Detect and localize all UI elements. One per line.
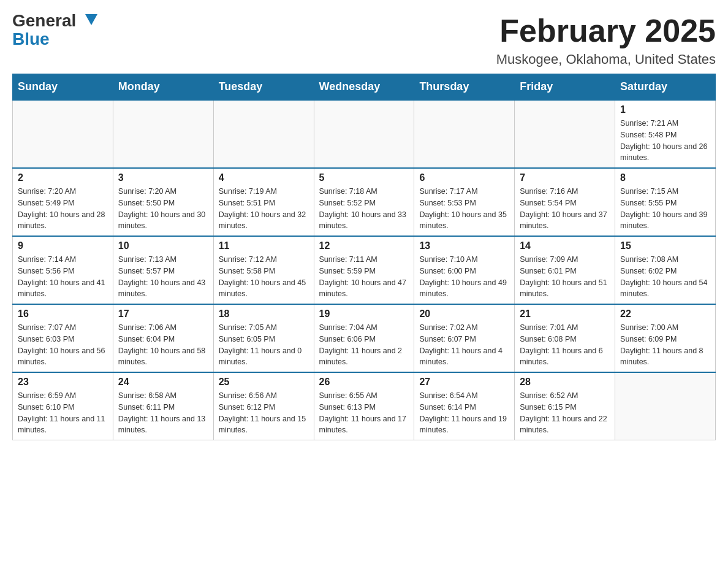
day-cell: 14Sunrise: 7:09 AMSunset: 6:01 PMDayligh… [515,236,615,304]
day-cell [414,100,515,168]
day-info: Sunrise: 7:17 AMSunset: 5:53 PMDaylight:… [419,186,509,232]
day-cell: 7Sunrise: 7:16 AMSunset: 5:54 PMDaylight… [515,168,615,236]
logo-triangle-icon [85,14,97,28]
day-number: 12 [319,240,409,251]
day-cell: 23Sunrise: 6:59 AMSunset: 6:10 PMDayligh… [13,372,113,440]
day-number: 17 [118,308,208,320]
day-info: Sunrise: 6:58 AMSunset: 6:11 PMDaylight:… [118,390,208,436]
page-header: General Blue February 2025 Muskogee, Okl… [12,12,716,67]
day-cell [113,100,213,168]
day-number: 22 [620,308,710,320]
day-cell: 4Sunrise: 7:19 AMSunset: 5:51 PMDaylight… [213,168,314,236]
day-cell: 16Sunrise: 7:07 AMSunset: 6:03 PMDayligh… [13,304,113,372]
day-cell: 15Sunrise: 7:08 AMSunset: 6:02 PMDayligh… [615,236,716,304]
day-cell: 2Sunrise: 7:20 AMSunset: 5:49 PMDaylight… [13,168,113,236]
day-number: 9 [18,240,108,251]
day-number: 5 [319,172,409,183]
day-number: 2 [18,172,108,183]
day-number: 10 [118,240,208,251]
day-info: Sunrise: 7:21 AMSunset: 5:48 PMDaylight:… [620,118,710,164]
header-wednesday: Wednesday [314,74,414,101]
day-number: 14 [520,240,610,251]
day-number: 23 [18,377,108,388]
day-cell: 25Sunrise: 6:56 AMSunset: 6:12 PMDayligh… [213,372,314,440]
day-info: Sunrise: 7:18 AMSunset: 5:52 PMDaylight:… [319,186,409,232]
day-info: Sunrise: 7:14 AMSunset: 5:56 PMDaylight:… [18,254,108,300]
svg-marker-0 [85,14,97,25]
day-info: Sunrise: 7:05 AMSunset: 6:05 PMDaylight:… [219,322,309,368]
calendar-header-row: Sunday Monday Tuesday Wednesday Thursday… [13,74,716,101]
day-cell: 19Sunrise: 7:04 AMSunset: 6:06 PMDayligh… [314,304,414,372]
day-info: Sunrise: 7:10 AMSunset: 6:00 PMDaylight:… [419,254,509,300]
day-cell: 3Sunrise: 7:20 AMSunset: 5:50 PMDaylight… [113,168,213,236]
day-cell: 28Sunrise: 6:52 AMSunset: 6:15 PMDayligh… [515,372,615,440]
title-section: February 2025 Muskogee, Oklahoma, United… [496,12,716,67]
day-cell [314,100,414,168]
day-number: 21 [520,308,610,320]
day-cell: 10Sunrise: 7:13 AMSunset: 5:57 PMDayligh… [113,236,213,304]
day-info: Sunrise: 7:07 AMSunset: 6:03 PMDaylight:… [18,322,108,368]
day-cell: 27Sunrise: 6:54 AMSunset: 6:14 PMDayligh… [414,372,515,440]
day-cell: 11Sunrise: 7:12 AMSunset: 5:58 PMDayligh… [213,236,314,304]
week-row-2: 2Sunrise: 7:20 AMSunset: 5:49 PMDaylight… [13,168,716,236]
header-saturday: Saturday [615,74,716,101]
day-info: Sunrise: 6:56 AMSunset: 6:12 PMDaylight:… [219,390,309,436]
day-info: Sunrise: 7:04 AMSunset: 6:06 PMDaylight:… [319,322,409,368]
day-info: Sunrise: 7:00 AMSunset: 6:09 PMDaylight:… [620,322,710,368]
day-number: 6 [419,172,509,183]
header-tuesday: Tuesday [213,74,314,101]
day-info: Sunrise: 7:16 AMSunset: 5:54 PMDaylight:… [520,186,610,232]
day-info: Sunrise: 7:13 AMSunset: 5:57 PMDaylight:… [118,254,208,300]
day-info: Sunrise: 6:54 AMSunset: 6:14 PMDaylight:… [419,390,509,436]
day-cell: 13Sunrise: 7:10 AMSunset: 6:00 PMDayligh… [414,236,515,304]
week-row-1: 1Sunrise: 7:21 AMSunset: 5:48 PMDaylight… [13,100,716,168]
day-cell: 26Sunrise: 6:55 AMSunset: 6:13 PMDayligh… [314,372,414,440]
day-info: Sunrise: 7:01 AMSunset: 6:08 PMDaylight:… [520,322,610,368]
day-number: 15 [620,240,710,251]
day-cell [615,372,716,440]
header-sunday: Sunday [13,74,113,101]
day-cell: 12Sunrise: 7:11 AMSunset: 5:59 PMDayligh… [314,236,414,304]
day-cell: 21Sunrise: 7:01 AMSunset: 6:08 PMDayligh… [515,304,615,372]
day-number: 1 [620,104,710,115]
day-info: Sunrise: 7:20 AMSunset: 5:49 PMDaylight:… [18,186,108,232]
day-cell: 5Sunrise: 7:18 AMSunset: 5:52 PMDaylight… [314,168,414,236]
page-subtitle: Muskogee, Oklahoma, United States [496,52,716,67]
day-cell: 1Sunrise: 7:21 AMSunset: 5:48 PMDaylight… [615,100,716,168]
day-number: 20 [419,308,509,320]
day-info: Sunrise: 7:12 AMSunset: 5:58 PMDaylight:… [219,254,309,300]
day-cell: 6Sunrise: 7:17 AMSunset: 5:53 PMDaylight… [414,168,515,236]
day-number: 16 [18,308,108,320]
week-row-4: 16Sunrise: 7:07 AMSunset: 6:03 PMDayligh… [13,304,716,372]
day-info: Sunrise: 6:52 AMSunset: 6:15 PMDaylight:… [520,390,610,436]
week-row-3: 9Sunrise: 7:14 AMSunset: 5:56 PMDaylight… [13,236,716,304]
day-info: Sunrise: 7:11 AMSunset: 5:59 PMDaylight:… [319,254,409,300]
day-cell: 22Sunrise: 7:00 AMSunset: 6:09 PMDayligh… [615,304,716,372]
day-info: Sunrise: 7:20 AMSunset: 5:50 PMDaylight:… [118,186,208,232]
day-number: 11 [219,240,309,251]
header-thursday: Thursday [414,74,515,101]
calendar-table: Sunday Monday Tuesday Wednesday Thursday… [12,74,716,440]
day-cell: 20Sunrise: 7:02 AMSunset: 6:07 PMDayligh… [414,304,515,372]
logo: General Blue [12,12,97,49]
day-info: Sunrise: 7:02 AMSunset: 6:07 PMDaylight:… [419,322,509,368]
day-cell: 8Sunrise: 7:15 AMSunset: 5:55 PMDaylight… [615,168,716,236]
day-info: Sunrise: 7:06 AMSunset: 6:04 PMDaylight:… [118,322,208,368]
day-number: 26 [319,377,409,388]
header-monday: Monday [113,74,213,101]
day-number: 8 [620,172,710,183]
day-cell: 9Sunrise: 7:14 AMSunset: 5:56 PMDaylight… [13,236,113,304]
day-info: Sunrise: 7:15 AMSunset: 5:55 PMDaylight:… [620,186,710,232]
day-number: 24 [118,377,208,388]
header-friday: Friday [515,74,615,101]
day-cell [515,100,615,168]
day-cell: 24Sunrise: 6:58 AMSunset: 6:11 PMDayligh… [113,372,213,440]
day-info: Sunrise: 6:55 AMSunset: 6:13 PMDaylight:… [319,390,409,436]
day-number: 18 [219,308,309,320]
logo-general-text: General [12,12,76,29]
day-number: 13 [419,240,509,251]
logo-blue-text: Blue [12,29,50,48]
day-number: 4 [219,172,309,183]
day-cell: 17Sunrise: 7:06 AMSunset: 6:04 PMDayligh… [113,304,213,372]
day-info: Sunrise: 7:08 AMSunset: 6:02 PMDaylight:… [620,254,710,300]
